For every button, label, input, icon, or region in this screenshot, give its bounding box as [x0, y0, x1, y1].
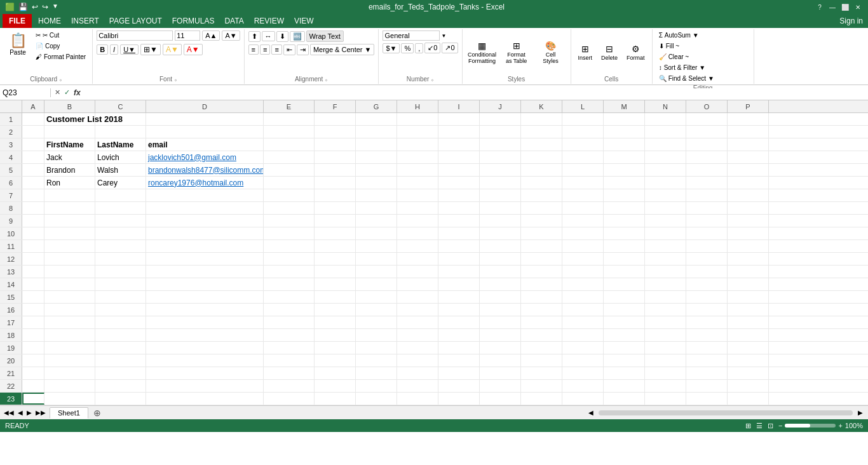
- list-item[interactable]: [146, 367, 264, 379]
- list-item[interactable]: [521, 189, 562, 201]
- list-item[interactable]: [728, 354, 769, 367]
- list-item[interactable]: [480, 240, 521, 252]
- list-item[interactable]: [480, 380, 521, 392]
- delete-button[interactable]: ⊟ Delete: [598, 43, 621, 63]
- list-item[interactable]: [521, 126, 562, 138]
- list-item[interactable]: [480, 354, 521, 367]
- list-item[interactable]: [604, 113, 645, 125]
- list-item[interactable]: [356, 202, 397, 214]
- comma-button[interactable]: ,: [415, 43, 423, 53]
- list-item[interactable]: [438, 177, 480, 189]
- list-item[interactable]: [686, 304, 728, 316]
- list-item[interactable]: [438, 253, 480, 265]
- list-item[interactable]: [397, 316, 438, 328]
- list-item[interactable]: [264, 278, 315, 290]
- list-item[interactable]: [645, 278, 686, 290]
- list-item[interactable]: [562, 113, 604, 125]
- zoom-out-button[interactable]: −: [778, 422, 782, 429]
- list-item[interactable]: [728, 316, 769, 328]
- add-sheet-button[interactable]: ⊕: [88, 407, 106, 419]
- list-item[interactable]: [562, 138, 604, 151]
- list-item[interactable]: [645, 380, 686, 392]
- list-item[interactable]: [480, 189, 521, 201]
- list-item[interactable]: [397, 253, 438, 265]
- list-item[interactable]: [356, 138, 397, 151]
- list-item[interactable]: [356, 329, 397, 341]
- find-select-button[interactable]: 🔍 Find & Select ▼: [656, 74, 717, 83]
- list-item[interactable]: [521, 291, 562, 303]
- list-item[interactable]: [397, 113, 438, 125]
- list-item[interactable]: [44, 253, 95, 265]
- list-item[interactable]: [562, 367, 604, 379]
- list-item[interactable]: [604, 329, 645, 341]
- list-item[interactable]: [521, 113, 562, 125]
- list-item[interactable]: [438, 164, 480, 176]
- list-item[interactable]: [22, 151, 44, 163]
- col-header-m[interactable]: M: [604, 100, 645, 112]
- list-item[interactable]: [146, 202, 264, 214]
- list-item[interactable]: [438, 367, 480, 379]
- list-item[interactable]: [604, 354, 645, 367]
- list-item[interactable]: [604, 278, 645, 290]
- close-button[interactable]: ✕: [853, 3, 863, 11]
- list-item[interactable]: [686, 291, 728, 303]
- list-item[interactable]: [645, 177, 686, 189]
- list-item[interactable]: [480, 177, 521, 189]
- list-item[interactable]: [315, 253, 356, 265]
- list-item[interactable]: [356, 266, 397, 278]
- align-top-button[interactable]: ⬆: [248, 31, 261, 42]
- col-header-c[interactable]: C: [95, 100, 146, 112]
- list-item[interactable]: [44, 278, 95, 290]
- col-header-b[interactable]: B: [44, 100, 95, 112]
- row-number[interactable]: 21: [0, 367, 22, 379]
- fill-button[interactable]: ⬇ Fill ~: [656, 41, 682, 51]
- list-item[interactable]: [356, 304, 397, 316]
- window-controls[interactable]: ? — ⬜ ✕: [815, 3, 863, 11]
- list-item[interactable]: [521, 354, 562, 367]
- list-item[interactable]: [521, 342, 562, 354]
- list-item[interactable]: [521, 164, 562, 176]
- list-item[interactable]: [480, 291, 521, 303]
- list-item[interactable]: [264, 177, 315, 189]
- confirm-formula-button[interactable]: ✓: [63, 87, 71, 98]
- list-item[interactable]: [44, 354, 95, 367]
- list-item[interactable]: [686, 202, 728, 214]
- list-item[interactable]: [315, 304, 356, 316]
- list-item[interactable]: [480, 227, 521, 239]
- list-item[interactable]: [315, 240, 356, 252]
- list-item[interactable]: [604, 202, 645, 214]
- list-item[interactable]: [480, 329, 521, 341]
- list-item[interactable]: [264, 253, 315, 265]
- col-header-i[interactable]: I: [438, 100, 480, 112]
- list-item[interactable]: [438, 113, 480, 125]
- list-item[interactable]: [264, 240, 315, 252]
- list-item[interactable]: [44, 380, 95, 392]
- list-item[interactable]: [44, 126, 95, 138]
- list-item[interactable]: [315, 227, 356, 239]
- list-item[interactable]: [22, 291, 44, 303]
- list-item[interactable]: [604, 253, 645, 265]
- list-item[interactable]: [728, 189, 769, 201]
- prev-sheet-button[interactable]: ◀◀: [3, 408, 15, 417]
- col-header-h[interactable]: H: [397, 100, 438, 112]
- list-item[interactable]: [315, 291, 356, 303]
- row-number[interactable]: 3: [0, 138, 22, 151]
- list-item[interactable]: [356, 215, 397, 227]
- list-item[interactable]: [686, 278, 728, 290]
- list-item[interactable]: [521, 215, 562, 227]
- list-item[interactable]: [562, 177, 604, 189]
- home-tab[interactable]: HOME: [33, 14, 66, 28]
- list-item[interactable]: [397, 393, 438, 405]
- list-item[interactable]: [95, 380, 146, 392]
- list-item[interactable]: [604, 240, 645, 252]
- list-item[interactable]: [397, 177, 438, 189]
- list-item[interactable]: [728, 367, 769, 379]
- cell-reference-input[interactable]: [0, 88, 51, 97]
- list-item[interactable]: [146, 253, 264, 265]
- list-item[interactable]: [95, 113, 146, 125]
- list-item[interactable]: [604, 215, 645, 227]
- row-number[interactable]: 11: [0, 240, 22, 252]
- list-item[interactable]: [645, 126, 686, 138]
- col-header-j[interactable]: J: [480, 100, 521, 112]
- list-item[interactable]: [728, 291, 769, 303]
